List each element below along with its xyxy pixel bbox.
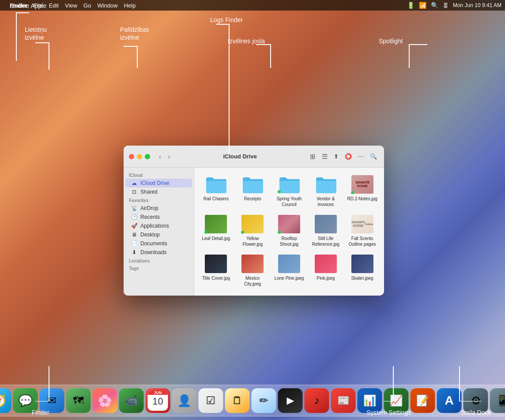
file-item-pink[interactable]: Pink.jpeg xyxy=(308,251,343,289)
file-item-rail-chasers[interactable]: Rail Chasers xyxy=(199,172,234,210)
sidebar-icloud-section: iCloud xyxy=(124,171,194,179)
sidebar-item-downloads[interactable]: ⬇ Downloads xyxy=(125,248,192,257)
menubar-search-icon[interactable]: 🔍 xyxy=(431,2,438,9)
dock-app-calendar[interactable]: JUN 10 xyxy=(146,388,170,413)
finder-toolbar-icons: ⊞ ☰ ⬆ ⭕ ⋯ 🔍 xyxy=(308,152,379,161)
action-button[interactable]: ⋯ xyxy=(356,152,366,161)
dock-app-notes[interactable]: 🗒 xyxy=(225,388,250,413)
file-name-skater: Skater.jpeg xyxy=(351,275,373,281)
file-name-spring-youth: Spring Youth Council xyxy=(274,196,305,207)
back-button[interactable]: ‹ xyxy=(157,152,163,161)
finder-body: iCloud ☁ iCloud Drive ⊡ Shared Favorites… xyxy=(124,168,384,296)
close-button[interactable] xyxy=(129,154,134,159)
sidebar-item-applications[interactable]: 🚀 Applications xyxy=(125,221,192,230)
sidebar-applications-label: Applications xyxy=(140,223,169,229)
dock-app-numbers[interactable]: 📈 xyxy=(384,388,409,413)
sidebar-item-shared[interactable]: ⊡ Shared xyxy=(125,188,192,196)
dock-app-iphone[interactable]: 📱 xyxy=(490,388,505,413)
file-name-receipts: Receipts xyxy=(244,196,261,202)
file-name-yellow-flower: Yellow Flower.jpg xyxy=(237,236,268,247)
sidebar-item-documents[interactable]: 📄 Documents xyxy=(125,239,192,248)
dock-app-music[interactable]: ♪ xyxy=(305,388,329,413)
menubar-go[interactable]: Go xyxy=(83,2,91,9)
downloads-icon: ⬇ xyxy=(131,249,138,255)
file-name-mexico-city: Mexico City.jpeg xyxy=(237,275,268,287)
file-item-rd-notes[interactable]: SIGNATƱSCENE RD.2-Notes.jpg xyxy=(345,172,380,210)
dock-app-appstore[interactable]: A xyxy=(437,388,462,413)
view-grid-button[interactable]: ⊞ xyxy=(308,152,317,161)
dock: 🔵 ⊞ 🧭 💬 ✉ 🗺 🌸 📹 JUN 10 👤 ☑ 🗒 ✏ ▶ ♪ xyxy=(0,385,505,416)
share-button[interactable]: ⬆ xyxy=(332,152,340,161)
minimize-button[interactable] xyxy=(137,154,142,159)
file-item-mexico-city[interactable]: Mexico City.jpeg xyxy=(235,251,270,289)
file-name-vendor-invoices: Vendor & Invoices xyxy=(310,196,341,207)
dock-app-system-settings[interactable]: ⚙ xyxy=(464,388,488,413)
sidebar-desktop-label: Desktop xyxy=(140,232,160,238)
dock-app-maps[interactable]: 🗺 xyxy=(66,388,91,413)
file-item-spring-youth[interactable]: Spring Youth Council xyxy=(272,172,307,210)
view-list-button[interactable]: ☰ xyxy=(320,152,329,161)
finder-toolbar: ‹ › iCloud Drive ⊞ ☰ ⬆ ⭕ ⋯ 🔍 xyxy=(124,146,384,168)
file-item-receipts[interactable]: Receipts xyxy=(235,172,270,210)
file-item-still-life[interactable]: Still Life Reference.jpg xyxy=(308,212,343,250)
file-name-still-life: Still Life Reference.jpg xyxy=(310,236,341,247)
finder-grid: Rail Chasers Receipts Spring Youth Counc… xyxy=(194,168,384,296)
file-item-yellow-flower[interactable]: Yellow Flower.jpg xyxy=(235,212,270,250)
file-item-lone-pine[interactable]: Lone Pine.jpeg xyxy=(272,251,307,289)
sidebar-locations-section: Locations xyxy=(124,257,194,264)
dock-app-photos[interactable]: 🌸 xyxy=(93,388,117,413)
file-item-fall-scents[interactable]: SIGNATHSCENEOutline Fall Scents Outline.… xyxy=(345,212,380,250)
menubar-view[interactable]: View xyxy=(65,2,77,9)
applications-icon: 🚀 xyxy=(131,223,138,229)
file-item-rooftop-shoot[interactable]: Rooftop Shoot.jpg xyxy=(272,212,307,250)
file-name-rooftop-shoot: Rooftop Shoot.jpg xyxy=(274,236,305,247)
maximize-button[interactable] xyxy=(145,154,150,159)
file-name-lone-pine: Lone Pine.jpeg xyxy=(275,275,304,281)
documents-icon: 📄 xyxy=(131,240,138,247)
tag-button[interactable]: ⭕ xyxy=(343,152,354,161)
airdrop-icon: 📡 xyxy=(131,205,138,211)
file-name-pink: Pink.jpeg xyxy=(317,275,335,281)
dock-app-appletv[interactable]: ▶ xyxy=(278,388,303,413)
file-name-rail-chasers: Rail Chasers xyxy=(204,196,229,202)
sidebar-airdrop-label: AirDrop xyxy=(140,205,158,211)
sidebar-icloud-drive-label: iCloud Drive xyxy=(140,180,169,186)
dock-app-pages[interactable]: 📝 xyxy=(411,388,435,413)
file-item-skater[interactable]: Skater.jpeg xyxy=(345,251,380,289)
menubar-window[interactable]: Window xyxy=(97,2,117,9)
dock-app-news[interactable]: 📰 xyxy=(331,388,356,413)
sidebar-documents-label: Documents xyxy=(140,240,167,247)
forward-button[interactable]: › xyxy=(166,152,172,161)
dock-app-facetime[interactable]: 📹 xyxy=(119,388,144,413)
menubar-help[interactable]: Help xyxy=(124,2,136,9)
file-item-leaf-detail[interactable]: Leaf Detail.jpg xyxy=(199,212,234,250)
dock-app-keynote[interactable]: 📊 xyxy=(358,388,382,413)
dock-app-mail[interactable]: ✉ xyxy=(40,388,64,413)
dock-app-messages[interactable]: 💬 xyxy=(13,388,38,413)
file-name-leaf-detail: Leaf Detail.jpg xyxy=(202,236,230,241)
menubar-file[interactable]: File xyxy=(34,2,43,9)
file-item-vendor-invoices[interactable]: Vendor & Invoices xyxy=(308,172,343,210)
shared-icon: ⊡ xyxy=(131,189,138,195)
sidebar-item-desktop[interactable]: 🖥 Desktop xyxy=(125,230,192,239)
sidebar-item-airdrop[interactable]: 📡 AirDrop xyxy=(125,204,192,213)
file-item-title-cover[interactable]: Title Cover.jpg xyxy=(199,251,234,289)
traffic-lights xyxy=(129,154,150,159)
sidebar-item-icloud-drive[interactable]: ☁ iCloud Drive xyxy=(125,179,192,188)
menubar-finder[interactable]: Finder xyxy=(10,2,27,9)
sidebar-downloads-label: Downloads xyxy=(140,249,166,255)
file-name-rd-notes: RD.2-Notes.jpg xyxy=(347,196,377,202)
search-button[interactable]: 🔍 xyxy=(368,152,379,161)
dock-app-safari[interactable]: 🧭 xyxy=(0,388,11,413)
dock-app-reminders[interactable]: ☑ xyxy=(199,388,223,413)
dock-app-contacts[interactable]: 👤 xyxy=(172,388,197,413)
finder-window-title: iCloud Drive xyxy=(175,153,305,160)
menubar-wifi-icon: 📶 xyxy=(419,2,426,9)
menubar-edit[interactable]: Edit xyxy=(49,2,59,9)
finder-sidebar: iCloud ☁ iCloud Drive ⊡ Shared Favorites… xyxy=(124,168,194,296)
dock-app-freeform[interactable]: ✏ xyxy=(252,388,276,413)
menubar-control-center-icon[interactable]: 🎛 xyxy=(443,2,448,9)
sidebar-favorites-section: Favorites xyxy=(124,196,194,204)
sidebar-item-recents[interactable]: 🕐 Recents xyxy=(125,213,192,221)
menubar-datetime: Mon Jun 10 9:41 AM xyxy=(453,2,501,8)
